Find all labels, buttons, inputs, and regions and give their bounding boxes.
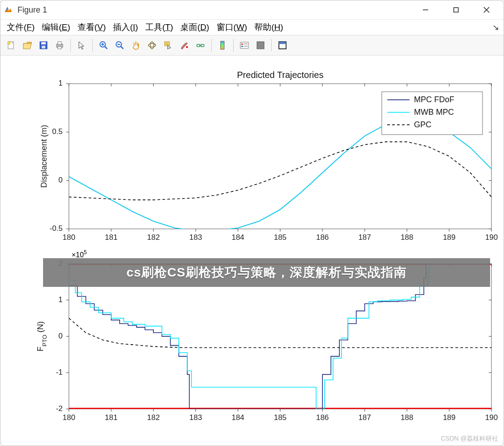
legend[interactable]: MPC FDoFMWB MPCGPC: [382, 92, 482, 135]
menu-h[interactable]: 帮助(H): [252, 21, 285, 34]
matlab-app-icon: [4, 5, 13, 14]
svg-rect-21: [165, 42, 169, 46]
svg-text:185: 185: [274, 413, 287, 422]
menu-i[interactable]: 插入(I): [111, 21, 140, 34]
overlay-text: cs刷枪CS刷枪技巧与策略，深度解析与实战指南: [126, 264, 407, 281]
svg-rect-8: [42, 46, 45, 48]
svg-text:188: 188: [400, 413, 413, 422]
window-title: Figure 1: [17, 5, 47, 15]
svg-text:Displacement (m): Displacement (m): [39, 125, 48, 188]
menu-e[interactable]: 编辑(E): [40, 21, 72, 34]
zoom-out-button[interactable]: [113, 38, 127, 52]
save-button[interactable]: [36, 38, 51, 52]
svg-text:-1: -1: [56, 368, 63, 377]
axes-1: 180181182183184185186187188189190-0.500.…: [39, 70, 498, 242]
menu-t[interactable]: 工具(T): [143, 21, 175, 34]
svg-text:183: 183: [189, 233, 202, 242]
svg-text:-0.5: -0.5: [50, 224, 63, 233]
svg-rect-7: [41, 42, 46, 44]
print-button[interactable]: [52, 38, 67, 52]
svg-text:190: 190: [485, 233, 498, 242]
svg-text:187: 187: [358, 233, 371, 242]
svg-text:190: 190: [485, 413, 498, 422]
svg-rect-34: [257, 42, 264, 49]
svg-rect-30: [241, 43, 243, 45]
rotate-3d-button[interactable]: [145, 38, 159, 52]
svg-text:186: 186: [316, 233, 329, 242]
window-controls: [417, 4, 500, 16]
svg-text:Predicted Trajectories: Predicted Trajectories: [237, 70, 323, 80]
menu-v[interactable]: 查看(V): [76, 21, 108, 34]
svg-text:1: 1: [58, 295, 62, 304]
zoom-in-button[interactable]: [96, 38, 111, 52]
svg-text:GPC: GPC: [414, 120, 431, 129]
menubar: 文件(F)编辑(E)查看(V)插入(I)工具(T)桌面(D)窗口(W)帮助(H)…: [0, 20, 504, 35]
brush-button[interactable]: [177, 38, 191, 52]
svg-text:182: 182: [147, 233, 160, 242]
plot-canvas[interactable]: 180181182183184185186187188189190-0.500.…: [0, 56, 504, 446]
svg-line-17: [121, 46, 123, 49]
svg-text:181: 181: [105, 413, 117, 422]
svg-rect-36: [279, 42, 286, 44]
insert-axes-button[interactable]: [253, 38, 268, 52]
svg-rect-28: [221, 41, 224, 49]
dock-arrow-icon[interactable]: ↘: [492, 22, 499, 32]
open-button[interactable]: [20, 38, 35, 52]
svg-text:182: 182: [147, 413, 160, 422]
svg-text:-2: -2: [56, 404, 63, 413]
svg-rect-10: [58, 42, 61, 44]
svg-rect-1: [454, 8, 458, 12]
link-button[interactable]: [193, 38, 208, 52]
svg-rect-31: [241, 46, 243, 47]
svg-rect-11: [58, 47, 61, 49]
svg-text:189: 189: [443, 233, 456, 242]
svg-text:0: 0: [58, 332, 62, 340]
svg-text:180: 180: [63, 233, 75, 242]
dock-figure-button[interactable]: [275, 38, 290, 52]
colorbar-button[interactable]: [215, 38, 230, 52]
svg-text:189: 189: [443, 413, 456, 422]
pointer-button[interactable]: [74, 38, 89, 52]
menu-f[interactable]: 文件(F): [5, 21, 36, 34]
svg-text:183: 183: [189, 413, 202, 422]
svg-rect-29: [240, 42, 248, 48]
svg-text:180: 180: [63, 413, 75, 422]
svg-text:0: 0: [58, 176, 62, 184]
svg-text:184: 184: [232, 413, 244, 422]
svg-text:188: 188: [400, 233, 413, 242]
svg-text:MWB MPC: MWB MPC: [414, 108, 454, 117]
legend-button[interactable]: [237, 38, 252, 52]
svg-text:MPC FDoF: MPC FDoF: [414, 95, 454, 104]
svg-text:186: 186: [316, 413, 329, 422]
svg-text:0.5: 0.5: [52, 127, 63, 136]
svg-line-13: [104, 46, 107, 49]
svg-rect-24: [186, 46, 188, 48]
new-figure-button[interactable]: [4, 38, 18, 52]
pan-button[interactable]: [129, 38, 143, 52]
svg-point-5: [8, 42, 10, 44]
svg-text:187: 187: [358, 413, 371, 422]
menu-w[interactable]: 窗口(W): [215, 21, 249, 34]
svg-text:×105: ×105: [72, 249, 87, 259]
toolbar: [0, 35, 504, 56]
titlebar: Figure 1: [0, 0, 504, 20]
watermark-text: CSDN @荔枝科研社: [441, 435, 498, 442]
svg-text:184: 184: [232, 233, 244, 242]
svg-text:FPTO (N): FPTO (N): [36, 321, 48, 351]
svg-text:185: 185: [274, 233, 287, 242]
minimize-button[interactable]: [417, 4, 434, 16]
maximize-button[interactable]: [447, 4, 465, 16]
close-button[interactable]: [478, 4, 495, 16]
svg-text:181: 181: [105, 233, 117, 242]
svg-point-20: [150, 42, 154, 49]
data-cursor-button[interactable]: [161, 38, 175, 52]
overlay-banner: cs刷枪CS刷枪技巧与策略，深度解析与实战指南: [43, 258, 490, 287]
figure-window: Figure 1 文件(F)编辑(E)查看(V)插入(I)工具(T)桌面(D)窗…: [0, 0, 504, 446]
menu-d[interactable]: 桌面(D): [178, 21, 211, 34]
svg-text:1: 1: [58, 79, 62, 87]
watermark: CSDN @荔枝科研社: [441, 435, 498, 443]
